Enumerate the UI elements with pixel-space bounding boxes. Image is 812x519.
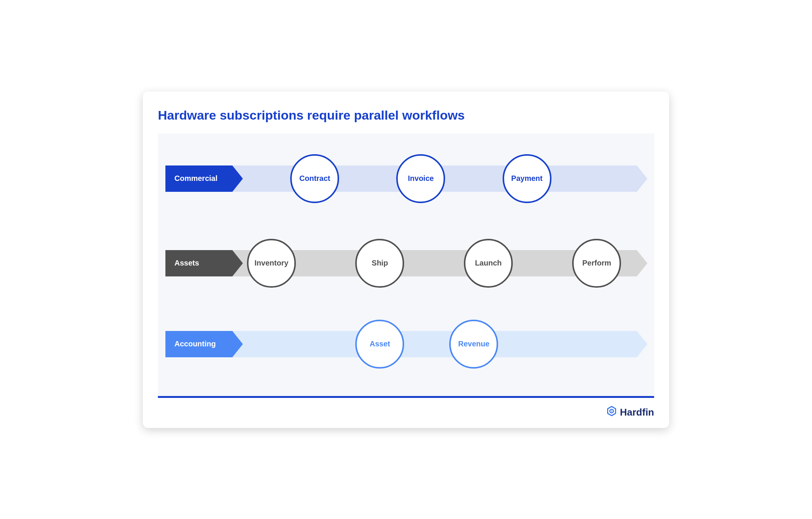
svg-point-1 [611,410,612,411]
diagram-card: Hardware subscriptions require parallel … [143,91,669,428]
diagram-panel: Commercial Contract Invoice Payment Asse… [158,134,654,398]
node-text: Payment [511,174,542,183]
node-perform: Perform [572,239,621,288]
lane-label-commercial: Commercial [165,165,232,192]
node-text: Asset [370,340,390,348]
lane-label-text: Assets [174,259,199,267]
lane-label-assets: Assets [165,250,232,276]
lane-commercial: Commercial Contract Invoice Payment [165,165,647,192]
node-asset: Asset [355,320,404,369]
lane-accounting: Accounting Asset Revenue [165,331,647,357]
diagram-title: Hardware subscriptions require parallel … [158,108,465,123]
node-text: Launch [475,259,501,267]
node-contract: Contract [290,154,339,203]
lane-label-accounting: Accounting [165,331,232,357]
node-text: Revenue [458,340,489,348]
node-text: Inventory [255,259,288,267]
node-text: Perform [582,259,611,267]
node-ship: Ship [355,239,404,288]
lane-label-text: Accounting [174,340,216,348]
node-text: Invoice [408,174,434,183]
node-payment: Payment [503,154,551,203]
node-inventory: Inventory [247,239,296,288]
node-text: Ship [372,259,388,267]
brand-logo: Hardfin [606,406,654,419]
lane-assets: Assets Inventory Ship Launch Perform [165,250,647,276]
node-launch: Launch [464,239,513,288]
lane-label-text: Commercial [174,174,218,183]
node-invoice: Invoice [396,154,445,203]
brand-name: Hardfin [620,407,654,418]
hardfin-icon [606,406,617,419]
node-text: Contract [299,174,330,183]
node-revenue: Revenue [449,320,498,369]
